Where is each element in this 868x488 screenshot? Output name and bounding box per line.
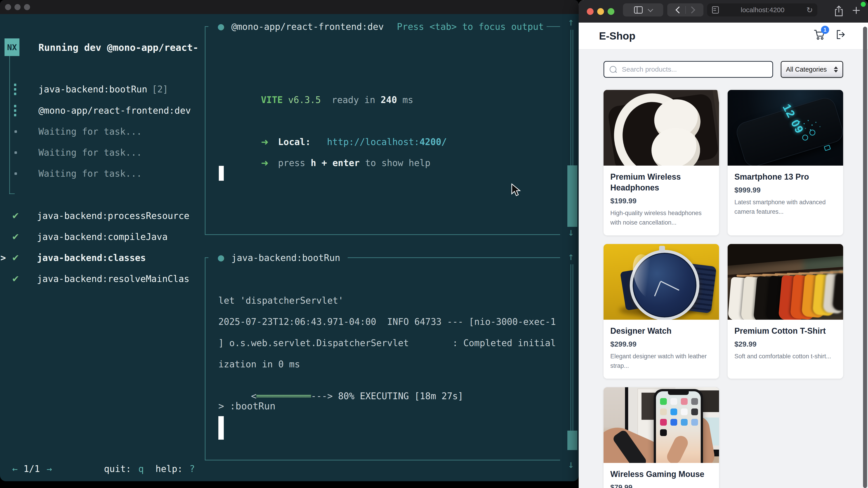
scrollbar-thumb[interactable] (567, 165, 577, 227)
product-name: Wireless Gaming Mouse (610, 469, 712, 480)
task-row: @mono-app/react-frontend:dev (0, 105, 191, 116)
task-label: java-backend:classes (37, 252, 146, 263)
logout-icon (835, 29, 846, 40)
local-url-port[interactable]: 4200/ (420, 137, 447, 147)
search-field[interactable] (603, 61, 773, 78)
chevron-down-icon (648, 6, 653, 12)
quit-key: q (138, 463, 144, 474)
minimize-window-icon[interactable] (597, 8, 604, 15)
product-price: $79.99 (610, 483, 712, 488)
task-label: Waiting for task... (38, 126, 142, 137)
share-icon[interactable] (834, 5, 844, 17)
scrollbar-thumb[interactable] (567, 431, 577, 450)
new-tab-icon[interactable] (851, 5, 861, 15)
task-label: Waiting for task... (38, 147, 142, 158)
check-icon: ✔ (12, 252, 20, 263)
product-description: Latest smartphone with advanced camera f… (735, 197, 836, 217)
section-title: java-backend:bootRun (231, 252, 340, 263)
address-bar[interactable]: localhost:4200 ↻ (707, 3, 817, 17)
shop-header: E-Shop 1 (579, 23, 868, 50)
cart-count-badge: 1 (821, 26, 829, 34)
gradle-prompt-line: > :bootRun (218, 401, 276, 412)
safari-toolbar: localhost:4200 ↻ (579, 0, 868, 23)
scroll-down-icon[interactable]: ↓ (568, 226, 574, 238)
section-border (205, 234, 560, 235)
shop-content: All Categories Premium Wireless Headpho (603, 61, 843, 488)
mouse-cursor (511, 184, 522, 197)
task-label: @mono-app/react-frontend:dev (38, 105, 191, 116)
terminal-run-title: Running dev @mono-app/react- (38, 42, 198, 53)
page-scrollbar-thumb[interactable] (863, 27, 867, 488)
close-window-icon[interactable] (5, 4, 11, 10)
back-icon[interactable] (675, 6, 682, 13)
check-icon: ✔ (12, 210, 20, 221)
selection-pointer-icon: > (0, 252, 6, 263)
safari-window: localhost:4200 ↻ E-Shop (579, 0, 868, 488)
pagination-label: 1/1 (24, 463, 40, 474)
product-name: Premium Cotton T-Shirt (735, 326, 836, 336)
zoom-window-icon[interactable] (24, 4, 30, 10)
url-text[interactable]: localhost:4200 (719, 6, 807, 14)
scroll-up-icon[interactable]: ↑ (568, 250, 574, 263)
product-image-headphones (603, 90, 719, 166)
next-page-icon[interactable]: → (46, 463, 52, 474)
task-label: Waiting for task... (38, 168, 142, 179)
help-label: help: (156, 463, 183, 474)
task-row: ✔ java-backend:resolveMainClas (0, 273, 189, 284)
spinner-icon (14, 105, 16, 116)
section-border (348, 257, 560, 258)
cart-button[interactable]: 1 (814, 29, 826, 40)
section-title: @mono-app/react-frontend:dev (231, 21, 383, 32)
zoom-window-icon[interactable] (608, 8, 614, 15)
logout-button[interactable] (835, 29, 846, 40)
task-label: java-backend:resolveMainClas (37, 273, 189, 284)
task-row: ✔ java-backend:processResource (0, 210, 189, 221)
select-stepper-icon (834, 66, 838, 72)
check-icon: ✔ (12, 231, 20, 242)
product-card[interactable]: Wireless Gaming Mouse $79.99 High-perfor… (603, 387, 719, 488)
product-description: Elegant designer watch with leather stra… (610, 352, 712, 370)
local-url-link[interactable]: http://localhost: (327, 137, 420, 147)
scroll-down-icon[interactable]: ↓ (568, 458, 574, 470)
product-price: $29.99 (735, 340, 836, 348)
task-tree-line-foot (9, 193, 15, 194)
product-image-tshirts (727, 244, 843, 320)
product-image-watch (603, 244, 719, 320)
prev-page-icon[interactable]: ← (12, 463, 18, 474)
scroll-up-icon[interactable]: ↑ (568, 16, 574, 28)
product-card[interactable]: Premium Wireless Headphones $199.99 High… (603, 90, 719, 235)
task-row: Waiting for task... (0, 168, 142, 179)
close-window-icon[interactable] (587, 8, 594, 15)
task-row: java-backend:bootRun [2] (0, 84, 168, 95)
waiting-dot-icon (14, 151, 17, 154)
help-key: ? (189, 463, 195, 474)
search-input[interactable] (621, 65, 767, 73)
product-image-mouse (603, 387, 719, 463)
product-card[interactable]: Designer Watch $299.99 Elegant designer … (603, 244, 719, 379)
task-row-selected: > ✔ java-backend:classes (0, 252, 146, 263)
waiting-dot-icon (14, 130, 17, 133)
page-format-icon[interactable] (712, 6, 719, 13)
scrollbar-track[interactable] (570, 264, 573, 449)
product-description: Soft and comfortable cotton t-shirt... (735, 352, 836, 361)
product-price: $999.99 (735, 186, 836, 194)
screen-indicator-dot (861, 2, 866, 7)
minimize-window-icon[interactable] (14, 4, 21, 10)
section-header: ● java-backend:bootRun (217, 252, 340, 263)
task-row: ✔ java-backend:compileJava (0, 231, 167, 242)
terminal-titlebar (0, 0, 579, 14)
reload-icon[interactable]: ↻ (807, 5, 813, 14)
product-card[interactable]: Premium Cotton T-Shirt $29.99 Soft and c… (727, 244, 843, 379)
category-select[interactable]: All Categories (781, 61, 843, 78)
forward-icon[interactable] (688, 6, 695, 13)
task-label: java-backend:compileJava (37, 231, 168, 242)
task-label: java-backend:processResource (37, 210, 189, 221)
running-dot-icon: ● (217, 252, 224, 263)
product-price: $299.99 (610, 340, 712, 348)
focus-hint: Press <tab> to focus output (397, 21, 544, 32)
section-border (205, 257, 206, 460)
sidebar-toggle-button[interactable] (623, 3, 663, 17)
product-card[interactable]: 12 09 Smartphone 13 Pro $999.99 Latest s… (727, 90, 843, 235)
product-name: Smartphone 13 Pro (735, 171, 836, 182)
section-header: ● @mono-app/react-frontend:dev Press <ta… (217, 21, 544, 32)
